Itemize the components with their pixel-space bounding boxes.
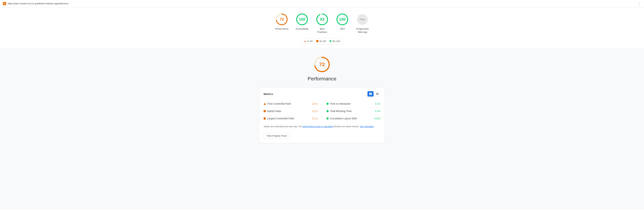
score-label-seo: SEO <box>340 27 345 30</box>
score-item-best-practices[interactable]: 93 BestPractices <box>316 13 329 34</box>
svg-rect-14 <box>371 94 372 95</box>
svg-rect-13 <box>369 94 370 95</box>
metrics-col-left: First Contentful Paint 1.9 s Speed Index… <box>264 100 322 122</box>
metric-name-cls: Cumulative Layout Shift <box>330 117 357 120</box>
score-label-pwa: ProgressiveWeb App <box>356 27 369 34</box>
score-label-performance: Performance <box>275 27 288 30</box>
indicator-lcp <box>264 117 266 120</box>
note-link-calculator[interactable]: See calculator. <box>360 125 374 128</box>
metric-value-tbt: 0 ms <box>375 110 380 113</box>
perf-large-value: 72 <box>319 62 325 67</box>
metric-row-si: Speed Index 2.2 s <box>264 108 318 115</box>
metric-row-tbt: Total Blocking Time 0 ms <box>326 108 380 115</box>
metric-row-cls: Cumulative Layout Shift 0.012 <box>326 115 380 122</box>
score-value-accessibility: 100 <box>299 17 306 22</box>
scores-row: 72 Performance 100 Accessibility <box>275 13 369 34</box>
metrics-col-right: Time to Interactive 1.9 s Total Blocking… <box>322 100 380 122</box>
perf-large-circle: 72 <box>314 56 330 73</box>
view-trace-button[interactable]: View Original Trace <box>264 133 290 139</box>
view-toggle <box>368 91 380 97</box>
legend-triangle-red: ▲ <box>304 40 306 42</box>
metrics-columns: First Contentful Paint 1.9 s Speed Index… <box>264 100 380 122</box>
metric-row-fcp: First Contentful Paint 1.9 s <box>264 100 318 108</box>
metric-value-fcp: 1.9 s <box>312 102 318 105</box>
perf-circle-wrap: 72 <box>314 56 330 73</box>
toggle-list-btn[interactable] <box>374 91 380 97</box>
metric-value-lcp: 2.3 s <box>312 117 318 120</box>
legend-dot-green <box>330 40 331 42</box>
top-bar: G https://jutro-master.int.ccs.guidewire… <box>0 0 644 7</box>
metric-value-cls: 0.012 <box>374 117 380 120</box>
metric-left-fcp: First Contentful Paint <box>264 102 291 105</box>
metric-name-fcp: First Contentful Paint <box>268 102 291 105</box>
score-label-best-practices: BestPractices <box>317 27 327 34</box>
metric-left-tbt: Total Blocking Time <box>326 110 352 113</box>
metric-name-si: Speed Index <box>267 110 282 113</box>
legend-range-pass: 90–100 <box>332 40 340 42</box>
metrics-note: Values are estimated and may vary. The p… <box>264 125 380 128</box>
svg-rect-11 <box>369 93 370 94</box>
legend-range-fail: 0–49 <box>308 40 313 42</box>
score-item-accessibility[interactable]: 100 Accessibility <box>296 13 308 30</box>
favicon: G <box>3 2 6 5</box>
perf-title: Performance <box>308 76 336 82</box>
menu-dots[interactable]: ⋮ <box>638 1 641 5</box>
legend-square-orange <box>316 40 318 42</box>
metric-left-cls: Cumulative Layout Shift <box>326 117 357 120</box>
metric-value-tti: 1.9 s <box>375 102 380 105</box>
score-circle-pwa: PWA <box>356 13 369 26</box>
legend-item-pass: 90–100 <box>330 40 340 42</box>
svg-rect-17 <box>376 94 378 95</box>
url-text: https://jutro-master.int.ccs.guidewire.n… <box>8 2 68 5</box>
scores-section: 72 Performance 100 Accessibility <box>0 7 644 49</box>
metric-row-tti: Time to Interactive 1.9 s <box>326 100 380 108</box>
score-item-pwa[interactable]: PWA ProgressiveWeb App <box>356 13 369 34</box>
note-link-perf-score[interactable]: performance score is calculated <box>302 125 333 128</box>
svg-rect-16 <box>376 94 378 94</box>
metric-value-si: 2.2 s <box>312 110 318 113</box>
score-item-seo[interactable]: 100 SEO <box>336 13 349 30</box>
note-mid: directly from these metrics. <box>334 125 360 128</box>
score-circle-performance: 72 <box>275 13 288 26</box>
metric-left-lcp: Largest Contentful Paint <box>264 117 294 120</box>
metric-row-lcp: Largest Contentful Paint 2.3 s <box>264 115 318 122</box>
metric-left-si: Speed Index <box>264 110 282 113</box>
indicator-tti <box>326 103 329 105</box>
metric-name-tbt: Total Blocking Time <box>330 110 352 113</box>
score-value-performance: 72 <box>280 17 284 22</box>
score-value-seo: 100 <box>339 17 346 22</box>
svg-rect-12 <box>371 93 372 94</box>
legend-item-average: 50–89 <box>316 40 326 42</box>
metrics-header: Metrics <box>264 91 380 97</box>
score-item-performance[interactable]: 72 Performance <box>275 13 288 30</box>
legend-range-average: 50–89 <box>320 40 326 42</box>
score-label-accessibility: Accessibility <box>296 27 308 30</box>
metric-left-tti: Time to Interactive <box>326 102 351 105</box>
indicator-cls <box>326 117 329 120</box>
score-value-pwa: PWA <box>360 18 365 21</box>
legend-item-fail: ▲ 0–49 <box>304 40 313 42</box>
url-bar: G https://jutro-master.int.ccs.guidewire… <box>3 2 68 5</box>
indicator-fcp <box>264 103 266 105</box>
score-circle-best-practices: 93 <box>316 13 329 26</box>
indicator-si <box>264 110 266 112</box>
main-content: 72 Performance Metrics <box>0 49 644 150</box>
svg-rect-15 <box>376 93 378 93</box>
metric-name-tti: Time to Interactive <box>330 102 351 105</box>
metrics-title: Metrics <box>264 92 273 95</box>
score-value-best-practices: 93 <box>320 17 324 22</box>
note-text: Values are estimated and may vary. The <box>264 125 302 128</box>
metric-name-lcp: Largest Contentful Paint <box>267 117 294 120</box>
legend: ▲ 0–49 50–89 90–100 <box>300 38 344 44</box>
indicator-tbt <box>326 110 329 112</box>
metrics-card: Metrics <box>259 87 385 143</box>
score-circle-seo: 100 <box>336 13 349 26</box>
score-circle-accessibility: 100 <box>296 13 308 26</box>
toggle-grid-btn[interactable] <box>368 91 374 97</box>
